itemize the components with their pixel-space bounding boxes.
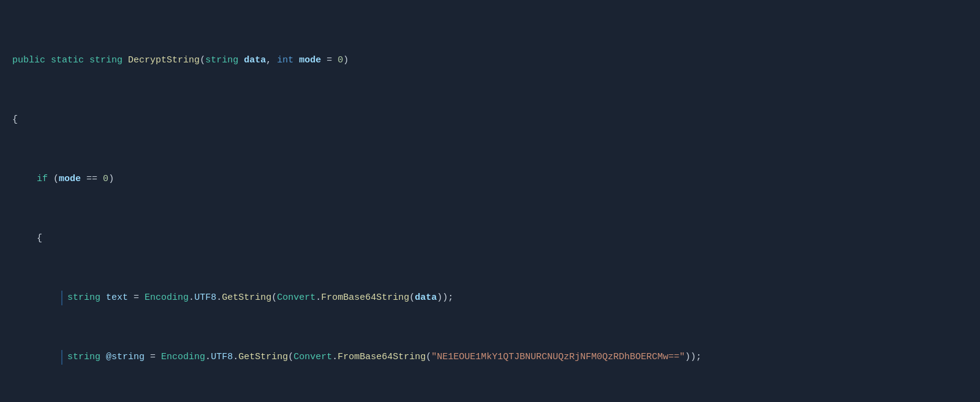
keyword-string: string — [89, 53, 123, 68]
line-2: { — [0, 112, 980, 127]
keyword-static: static — [51, 53, 84, 68]
keyword-if: if — [37, 172, 48, 187]
keyword-public: public — [12, 53, 45, 68]
line-3: if (mode == 0) — [0, 171, 980, 187]
code-editor: public static string DecryptString(strin… — [0, 6, 980, 402]
line-4: { — [0, 231, 980, 246]
line-1: public static string DecryptString(strin… — [0, 53, 980, 68]
line-6: string @string = Encoding.UTF8.GetString… — [0, 349, 980, 365]
method-name: DecryptString — [128, 53, 200, 68]
line-5: string text = Encoding.UTF8.GetString(Co… — [0, 290, 980, 305]
